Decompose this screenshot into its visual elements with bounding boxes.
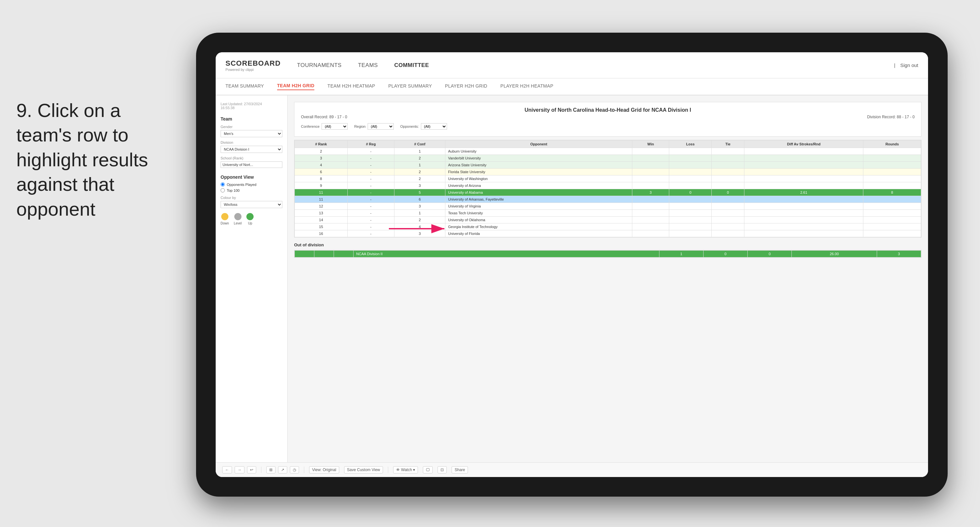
legend-up-label: Up [248,221,252,225]
col-reg: # Reg [347,140,394,148]
sign-out-link[interactable]: Sign out [900,62,918,68]
toolbar-sep1 [261,466,261,473]
scene: 9. Click on a team's row to highlight re… [0,0,980,527]
toolbar-arrow[interactable]: ↗ [278,466,287,473]
region-label: Region [354,124,366,128]
table-row[interactable]: 12 - 3 University of Virginia [295,203,921,210]
instruction-text: Click on a team's row to highlight resul… [16,100,148,220]
out-of-division: Out of division NCAA Division II [294,242,921,258]
opponent-select[interactable]: (All) [421,123,447,130]
sub-nav-player-h2h-heatmap[interactable]: PLAYER H2H HEATMAP [500,83,553,90]
table-row[interactable]: 15 - 4 Georgia Institute of Technology [295,223,921,230]
table-row[interactable]: 2 - 1 Auburn University [295,148,921,155]
tablet-frame: SCOREBOARD Powered by clippi TOURNAMENTS… [196,33,948,497]
sub-nav: TEAM SUMMARY TEAM H2H GRID TEAM H2H HEAT… [216,78,928,96]
table-row-highlighted[interactable]: 11 - 5 University of Alabama 3 0 0 2.61 … [295,189,921,196]
nav-tournaments[interactable]: TOURNAMENTS [297,62,342,68]
sidebar-division-select[interactable]: NCAA Division I NCAA Division II NCAA Di… [221,146,282,153]
filter-opponent: Opponents: (All) [400,123,447,130]
overall-record: Overall Record: 89 - 17 - 0 [301,115,347,119]
grid-header: University of North Carolina Head-to-Hea… [294,102,921,137]
sidebar-gender-label: Gender [221,125,282,129]
nav-bar: SCOREBOARD Powered by clippi TOURNAMENTS… [216,52,928,78]
table-wrapper: # Rank # Reg # Conf Opponent Win Loss Ti… [294,140,921,237]
toolbar-share-icon[interactable]: ⊡ [438,466,447,473]
sub-nav-team-summary[interactable]: TEAM SUMMARY [226,83,264,90]
toolbar-view-original[interactable]: View: Original [309,466,339,473]
table-row-selected[interactable]: 11 - 6 University of Arkansas, Fayettevi… [295,196,921,203]
table-row[interactable]: 3 - 2 Vanderbilt University [295,155,921,162]
legend-up: Up [247,213,254,225]
col-win: Win [632,140,669,148]
table-row[interactable]: 9 - 3 University of Arizona [295,182,921,189]
sidebar-team-title: Team [221,116,282,121]
grid-area: University of North Carolina Head-to-Hea… [288,96,928,462]
table-header-row: # Rank # Reg # Conf Opponent Win Loss Ti… [295,140,921,148]
division-record: Division Record: 88 - 17 - 0 [867,115,915,119]
out-of-division-row[interactable]: NCAA Division II 1 0 0 26.00 3 [295,251,921,258]
sub-nav-team-h2h-heatmap[interactable]: TEAM H2H HEATMAP [328,83,375,90]
nav-teams[interactable]: TEAMS [358,62,378,68]
radio-opponents-played[interactable]: Opponents Played [221,182,282,186]
logo-area: SCOREBOARD Powered by clippi [226,59,281,72]
toolbar-watch[interactable]: 👁 Watch ▾ [393,466,418,473]
instruction-step: 9. [16,100,32,121]
table-row[interactable]: 4 - 1 Arizona State University [295,162,921,169]
toolbar-sep2 [304,466,304,473]
toolbar-redo[interactable]: → [235,466,244,473]
legend-level: Level [234,213,242,225]
col-loss: Loss [669,140,712,148]
nav-right: | Sign out [894,62,918,68]
toolbar-undo[interactable]: ← [222,466,232,473]
toolbar-history-group: ← → ↩ [222,466,256,473]
toolbar-grid[interactable]: ⊞ [266,466,275,473]
sidebar: Last Updated: 27/03/2024 16:55:38 Team G… [216,96,288,462]
toolbar-share[interactable]: Share [452,466,468,473]
tablet-screen: SCOREBOARD Powered by clippi TOURNAMENTS… [216,52,928,477]
sub-nav-team-h2h-grid[interactable]: TEAM H2H GRID [277,83,314,90]
sidebar-colour-by-select[interactable]: Win/loss Ranking [221,201,282,208]
grid-records: Overall Record: 89 - 17 - 0 Division Rec… [301,115,915,119]
sidebar-opponent-view-label: Opponent View [221,175,282,180]
sidebar-school-label: School (Rank) [221,156,282,160]
legend-down: Down [221,213,229,225]
logo-subtitle: Powered by clippi [226,68,281,72]
opponent-filter-label: Opponents: [400,124,419,128]
sidebar-division-label: Division [221,140,282,145]
table-row[interactable]: 14 - 2 University of Oklahoma [295,217,921,223]
conference-select[interactable]: (All) [321,123,348,130]
radio-opponents-played-label: Opponents Played [227,183,256,186]
toolbar-reset[interactable]: ↩ [247,466,256,473]
table-row[interactable]: 16 - 3 University of Florida [295,230,921,237]
sidebar-school-input[interactable] [221,161,282,168]
col-diff: Diff Av Strokes/Rnd [744,140,863,148]
table-row[interactable]: 13 - 1 Texas Tech University [295,210,921,217]
col-rounds: Rounds [863,140,921,148]
sidebar-radio-group: Opponents Played Top 100 [221,182,282,193]
legend-down-label: Down [221,221,229,225]
legend-up-circle [247,213,254,220]
toolbar-save-custom[interactable]: Save Custom View [344,466,383,473]
sidebar-colour-by-label: Colour by [221,196,282,200]
out-of-division-table: NCAA Division II 1 0 0 26.00 3 [294,250,921,258]
radio-top100-label: Top 100 [227,188,240,193]
col-rank: # Rank [295,140,348,148]
sidebar-gender-select[interactable]: Men's Women's [221,130,282,137]
toolbar-screen[interactable]: 🖵 [423,466,433,473]
toolbar-clock[interactable]: ◷ [290,466,299,473]
nav-items: TOURNAMENTS TEAMS COMMITTEE [297,62,429,68]
filter-row: Conference (All) Region (All) [301,123,915,130]
filter-region: Region (All) [354,123,394,130]
col-opponent: Opponent [445,140,632,148]
data-table: # Rank # Reg # Conf Opponent Win Loss Ti… [294,140,921,237]
nav-committee[interactable]: COMMITTEE [394,62,429,68]
table-row[interactable]: 8 - 2 University of Washington [295,175,921,182]
sub-nav-player-summary[interactable]: PLAYER SUMMARY [388,83,432,90]
radio-top100[interactable]: Top 100 [221,188,282,193]
col-tie: Tie [712,140,745,148]
filter-conference: Conference (All) [301,123,348,130]
region-select[interactable]: (All) [368,123,394,130]
table-row[interactable]: 6 - 2 Florida State University [295,169,921,175]
out-of-division-table-wrapper: NCAA Division II 1 0 0 26.00 3 [294,250,921,258]
sub-nav-player-h2h-grid[interactable]: PLAYER H2H GRID [445,83,488,90]
